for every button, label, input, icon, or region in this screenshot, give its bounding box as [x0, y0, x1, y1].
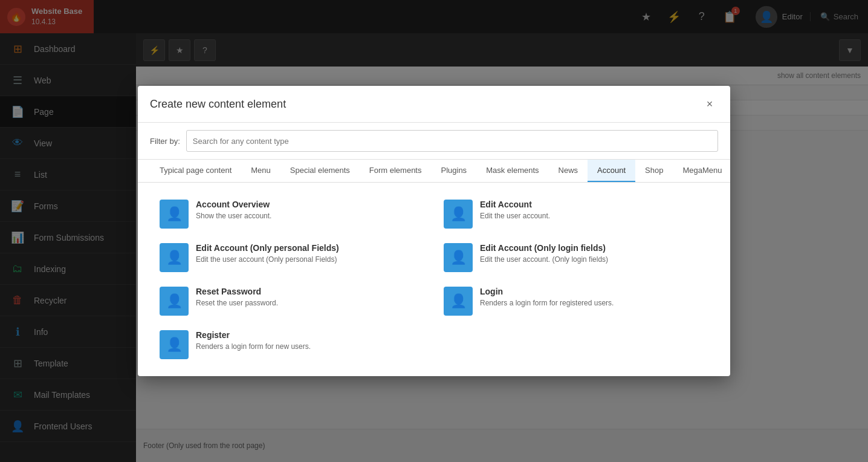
- modal-body: 👤 Account Overview Show the user account…: [138, 183, 730, 376]
- register-title: Register: [196, 330, 424, 340]
- tab-mask-elements[interactable]: Mask elements: [476, 160, 548, 182]
- filter-input-wrapper: [186, 130, 718, 152]
- account-overview-title: Account Overview: [196, 200, 424, 209]
- create-content-modal: Create new content element × Filter by: …: [138, 86, 730, 376]
- login-desc: Renders a login form for registered user…: [480, 298, 708, 308]
- edit-account-desc: Edit the user account.: [480, 211, 708, 221]
- filter-label: Filter by:: [150, 137, 180, 146]
- modal-tabs: Typical page content Menu Special elemen…: [138, 160, 730, 183]
- tab-menu[interactable]: Menu: [241, 160, 280, 182]
- item-account-overview[interactable]: 👤 Account Overview Show the user account…: [150, 192, 434, 236]
- login-text: Login Renders a login form for registere…: [480, 287, 708, 308]
- edit-account-icon: 👤: [444, 200, 473, 229]
- account-overview-icon: 👤: [160, 200, 189, 229]
- reset-password-text: Reset Password Reset the user password.: [196, 287, 424, 308]
- login-title: Login: [480, 287, 708, 296]
- filter-bar: Filter by:: [138, 123, 730, 160]
- edit-account-personal-desc: Edit the user account (Only personal Fie…: [196, 255, 424, 265]
- modal-title: Create new content element: [150, 98, 286, 111]
- tab-shop[interactable]: Shop: [635, 160, 673, 182]
- item-edit-account-personal[interactable]: 👤 Edit Account (Only personal Fields) Ed…: [150, 236, 434, 279]
- item-login[interactable]: 👤 Login Renders a login form for registe…: [434, 279, 718, 323]
- register-desc: Renders a login form for new users.: [196, 342, 424, 352]
- item-reset-password[interactable]: 👤 Reset Password Reset the user password…: [150, 279, 434, 323]
- edit-account-login-text: Edit Account (Only login fields) Edit th…: [480, 243, 708, 265]
- edit-account-personal-title: Edit Account (Only personal Fields): [196, 243, 424, 253]
- tab-megamenu[interactable]: MegaMenu: [673, 160, 730, 182]
- item-edit-account[interactable]: 👤 Edit Account Edit the user account.: [434, 192, 718, 236]
- edit-account-title: Edit Account: [480, 200, 708, 209]
- modal-overlay[interactable]: Create new content element × Filter by: …: [0, 0, 868, 462]
- tab-news[interactable]: News: [549, 160, 588, 182]
- tab-plugins[interactable]: Plugins: [431, 160, 476, 182]
- item-edit-account-login[interactable]: 👤 Edit Account (Only login fields) Edit …: [434, 236, 718, 279]
- account-overview-text: Account Overview Show the user account.: [196, 200, 424, 221]
- modal-header: Create new content element ×: [138, 86, 730, 123]
- login-icon: 👤: [444, 287, 473, 316]
- edit-account-login-desc: Edit the user account. (Only login field…: [480, 255, 708, 265]
- tab-form-elements[interactable]: Form elements: [360, 160, 432, 182]
- tab-typical-page-content[interactable]: Typical page content: [150, 160, 241, 182]
- edit-account-personal-icon: 👤: [160, 243, 189, 272]
- edit-account-text: Edit Account Edit the user account.: [480, 200, 708, 221]
- filter-input[interactable]: [193, 131, 711, 151]
- register-text: Register Renders a login form for new us…: [196, 330, 424, 352]
- account-overview-desc: Show the user account.: [196, 211, 424, 221]
- tab-special-elements[interactable]: Special elements: [280, 160, 360, 182]
- reset-password-title: Reset Password: [196, 287, 424, 296]
- reset-password-desc: Reset the user password.: [196, 298, 424, 308]
- item-register[interactable]: 👤 Register Renders a login form for new …: [150, 323, 434, 366]
- register-icon: 👤: [160, 330, 189, 359]
- reset-password-icon: 👤: [160, 287, 189, 316]
- edit-account-login-icon: 👤: [444, 243, 473, 272]
- edit-account-personal-text: Edit Account (Only personal Fields) Edit…: [196, 243, 424, 265]
- edit-account-login-title: Edit Account (Only login fields): [480, 243, 708, 253]
- tab-account[interactable]: Account: [588, 160, 635, 182]
- modal-close-button[interactable]: ×: [701, 96, 718, 112]
